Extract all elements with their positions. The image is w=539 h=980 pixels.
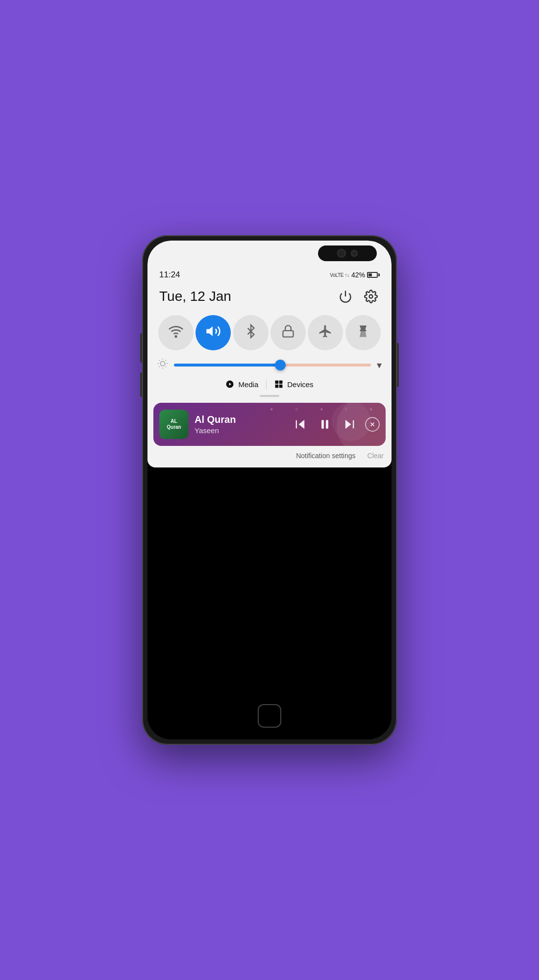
notification-title: Al Quran [195,414,286,425]
app-icon-text: ALQuran [167,418,181,430]
screen-lock-toggle[interactable] [270,315,306,350]
svg-rect-20 [279,385,283,388]
notification-close-button[interactable] [365,417,380,432]
wifi-toggle[interactable] [158,315,194,350]
lock-icon [281,323,295,343]
svg-rect-5 [361,333,365,334]
volume-button[interactable] [140,372,142,397]
date-row: Tue, 12 Jan [147,284,392,311]
pause-button[interactable] [316,416,334,433]
app-icon: ALQuran [159,410,189,439]
drag-handle[interactable] [260,395,279,397]
brightness-row: ▾ [147,354,392,375]
media-controls [292,416,380,433]
phone-frame: 11:24 VoLTE ↑↓ 42% Tue, 12 J [142,235,397,745]
wifi-icon [168,323,184,343]
notification-info: Al Quran Yaseen [195,414,286,435]
devices-button[interactable]: Devices [274,380,313,389]
flashlight-toggle[interactable] [345,315,381,350]
notification-settings-button[interactable]: Notification settings [296,452,355,460]
battery-icon [367,272,380,278]
bluetooth-icon [244,323,258,343]
date-action-icons [337,288,380,305]
notification-actions: Notification settings Clear [147,446,392,467]
home-button[interactable] [258,704,281,728]
svg-marker-3 [207,326,213,336]
sound-toggle[interactable] [196,315,231,350]
svg-line-9 [159,360,160,361]
signal-indicator: VoLTE ↑↓ [330,272,349,278]
svg-point-1 [369,295,373,298]
svg-rect-4 [283,330,294,337]
main-camera-lens [337,249,346,258]
media-label: Media [238,380,258,389]
secondary-camera-lens [351,250,358,257]
notification-panel: 11:24 VoLTE ↑↓ 42% Tue, 12 J [147,241,392,467]
screen: 11:24 VoLTE ↑↓ 42% Tue, 12 J [147,241,392,739]
svg-line-14 [166,360,166,361]
media-devices-row: Media Devices [147,375,392,395]
svg-rect-18 [279,381,283,384]
svg-marker-21 [299,420,305,429]
flashlight-icon [356,323,370,343]
skip-next-button[interactable] [341,416,358,433]
devices-label: Devices [287,380,313,389]
svg-point-6 [160,361,165,366]
clear-button[interactable]: Clear [368,452,384,460]
svg-marker-23 [345,420,351,429]
media-button[interactable]: Media [225,380,258,389]
notification-subtitle: Yaseen [195,426,286,435]
notification-card-inner: ALQuran Al Quran Yaseen [153,403,386,446]
airplane-toggle[interactable] [308,315,343,350]
svg-rect-19 [275,385,279,388]
notification-card: ALQuran Al Quran Yaseen [153,403,386,446]
status-time: 11:24 [159,270,180,280]
skip-prev-button[interactable] [292,416,309,433]
power-button[interactable] [337,288,354,305]
brightness-thumb[interactable] [275,360,286,370]
svg-line-10 [166,367,166,367]
svg-point-2 [175,336,177,337]
airplane-icon [318,324,333,342]
brightness-slider[interactable] [174,364,371,367]
camera-pill [318,245,377,261]
date-display: Tue, 12 Jan [159,289,231,304]
svg-rect-17 [275,381,279,384]
media-divider [266,379,267,389]
settings-button[interactable] [362,288,380,305]
bluetooth-toggle[interactable] [233,315,269,350]
sound-icon [205,323,221,343]
phone-screen: 11:24 VoLTE ↑↓ 42% Tue, 12 J [147,241,392,739]
svg-line-13 [159,367,160,367]
status-bar: 11:24 VoLTE ↑↓ 42% [147,266,392,284]
camera-area [147,241,392,266]
brightness-expand-icon[interactable]: ▾ [377,359,382,371]
status-icons: VoLTE ↑↓ 42% [330,271,380,279]
quick-toggles [147,311,392,354]
battery-level: 42% [351,271,365,279]
brightness-icon [157,358,168,371]
